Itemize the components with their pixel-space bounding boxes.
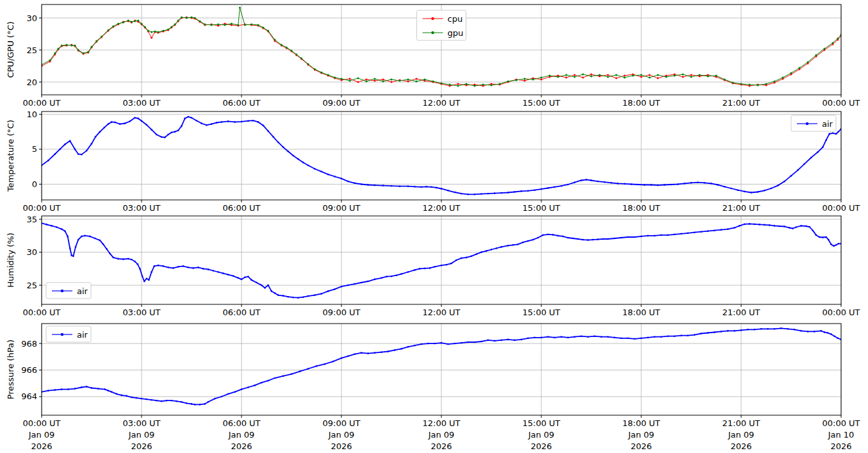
y-axis-pressure: 964966968 <box>21 339 42 402</box>
subplot-cpu-gpu: 20253000:00 UT03:00 UT06:00 UT09:00 UT12… <box>6 4 860 108</box>
x-tick-label: 06:00 UT <box>222 203 260 213</box>
x-date-label: Jan 09 <box>528 430 555 440</box>
y-axis-title: Humidity (%) <box>6 233 15 288</box>
x-date-label: Jan 09 <box>128 430 155 440</box>
legend-sample-marker <box>61 290 63 292</box>
y-axis-cpu-gpu: 202530 <box>26 13 42 87</box>
legend-label: air <box>822 119 833 129</box>
x-year-label: 2026 <box>131 441 152 451</box>
x-tick-label: 18:00 UT <box>622 203 660 213</box>
subplot-temperature: 051000:00 UT03:00 UT06:00 UT09:00 UT12:0… <box>6 110 860 213</box>
x-date-label: Jan 10 <box>828 430 855 440</box>
legend-cpu-gpu: cpugpu <box>417 10 466 40</box>
y-tick-label: 5 <box>32 144 37 154</box>
x-date-label: Jan 09 <box>428 430 455 440</box>
legend-label: air <box>77 330 88 340</box>
y-axis-title: Temperature (°C) <box>6 120 15 192</box>
x-tick-label: 06:00 UT <box>222 308 260 317</box>
x-tick-label: 09:00 UT <box>322 98 360 108</box>
y-tick-label: 30 <box>26 13 37 23</box>
x-year-label: 2026 <box>331 441 352 451</box>
y-tick-label: 20 <box>26 78 37 87</box>
legend-sample-marker <box>431 17 434 20</box>
legend-label: cpu <box>448 14 463 24</box>
legend-sample-marker <box>431 31 434 34</box>
y-tick-label: 968 <box>21 339 37 349</box>
x-tick-label: 00:00 UT <box>22 98 60 108</box>
y-tick-label: 10 <box>26 110 37 119</box>
x-year-label: 2026 <box>630 441 651 451</box>
x-axis-cpu-gpu: 00:00 UT03:00 UT06:00 UT09:00 UT12:00 UT… <box>22 95 860 108</box>
x-tick-label: 15:00 UT <box>522 98 560 108</box>
x-tick-label: 03:00 UT <box>122 418 160 428</box>
x-tick-label: 15:00 UT <box>522 203 560 213</box>
x-tick-label: 12:00 UT <box>422 308 460 317</box>
y-tick-label: 0 <box>32 179 37 189</box>
x-tick-label: 00:00 UT <box>22 418 60 428</box>
legend-sample-marker <box>806 122 808 125</box>
x-tick-label: 09:00 UT <box>322 308 360 317</box>
legend-sample-marker <box>61 333 63 336</box>
x-tick-label: 18:00 UT <box>622 308 660 317</box>
x-axis-pressure: 00:00 UTJan 09202603:00 UTJan 09202606:0… <box>22 415 860 451</box>
x-tick-label: 12:00 UT <box>422 418 460 428</box>
x-tick-label: 15:00 UT <box>522 418 560 428</box>
x-year-label: 2026 <box>530 441 552 451</box>
y-tick-label: 966 <box>21 365 37 375</box>
x-tick-label: 03:00 UT <box>122 98 160 108</box>
x-tick-label: 00:00 UT <box>22 203 60 213</box>
x-tick-label: 21:00 UT <box>722 203 760 213</box>
x-tick-label: 00:00 UT <box>822 418 860 428</box>
x-tick-label: 03:00 UT <box>122 308 160 317</box>
y-tick-label: 25 <box>26 45 37 55</box>
x-year-label: 2026 <box>430 441 452 451</box>
x-tick-label: 00:00 UT <box>822 308 860 317</box>
x-date-label: Jan 09 <box>728 430 755 440</box>
subplot-humidity: 25303500:00 UT03:00 UT06:00 UT09:00 UT12… <box>6 215 860 317</box>
x-date-label: Jan 09 <box>28 430 55 440</box>
x-axis-temperature: 00:00 UT03:00 UT06:00 UT09:00 UT12:00 UT… <box>22 200 860 213</box>
x-tick-label: 09:00 UT <box>322 418 360 428</box>
x-year-label: 2026 <box>231 441 252 451</box>
x-tick-label: 12:00 UT <box>422 203 460 213</box>
x-year-label: 2026 <box>830 441 851 451</box>
x-date-label: Jan 09 <box>628 430 655 440</box>
x-tick-label: 21:00 UT <box>722 98 760 108</box>
x-tick-label: 00:00 UT <box>822 203 860 213</box>
x-date-label: Jan 09 <box>228 430 255 440</box>
subplot-pressure: 96496696800:00 UTJan 09202603:00 UTJan 0… <box>6 324 860 451</box>
grid-temperature <box>42 111 841 200</box>
y-tick-label: 25 <box>26 281 37 290</box>
x-tick-label: 15:00 UT <box>522 308 560 317</box>
y-axis-humidity: 253035 <box>26 215 42 290</box>
x-year-label: 2026 <box>730 441 751 451</box>
figure: 20253000:00 UT03:00 UT06:00 UT09:00 UT12… <box>0 0 868 453</box>
x-tick-label: 21:00 UT <box>722 418 760 428</box>
y-axis-title: Pressure (hPa) <box>6 340 15 399</box>
legend-label: air <box>77 286 88 296</box>
x-axis-humidity: 00:00 UT03:00 UT06:00 UT09:00 UT12:00 UT… <box>22 304 860 317</box>
y-tick-label: 30 <box>26 247 37 257</box>
y-tick-label: 964 <box>21 391 37 401</box>
x-date-label: Jan 09 <box>328 430 355 440</box>
x-tick-label: 00:00 UT <box>822 98 860 108</box>
x-tick-label: 09:00 UT <box>322 203 360 213</box>
x-year-label: 2026 <box>31 441 52 451</box>
x-tick-label: 03:00 UT <box>122 203 160 213</box>
x-tick-label: 06:00 UT <box>222 98 260 108</box>
legend-temperature: air <box>791 115 836 131</box>
x-tick-label: 18:00 UT <box>622 98 660 108</box>
x-tick-label: 18:00 UT <box>622 418 660 428</box>
legend-label: gpu <box>448 28 464 38</box>
y-axis-temperature: 0510 <box>26 110 42 189</box>
legend-humidity: air <box>46 283 91 299</box>
figure-canvas: 20253000:00 UT03:00 UT06:00 UT09:00 UT12… <box>0 0 868 453</box>
x-tick-label: 06:00 UT <box>222 418 260 428</box>
legend-pressure: air <box>46 326 91 342</box>
y-tick-label: 35 <box>26 215 37 224</box>
x-tick-label: 21:00 UT <box>722 308 760 317</box>
x-tick-label: 12:00 UT <box>422 98 460 108</box>
y-axis-title: CPU/GPU (°C) <box>6 21 15 78</box>
x-tick-label: 00:00 UT <box>22 308 60 317</box>
